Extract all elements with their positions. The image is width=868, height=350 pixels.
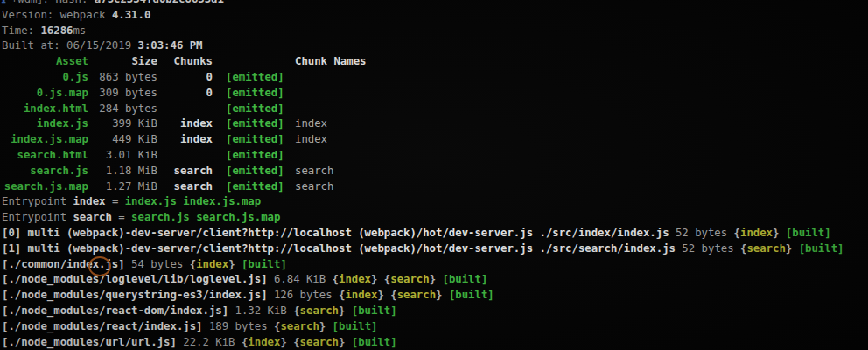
module-line: [./common/index.js] 54 bytes {index} [bu…: [2, 257, 868, 273]
asset-size: 309 bytes: [88, 86, 158, 102]
built-badge: [built]: [332, 320, 378, 332]
asset-table-header: Asset Size Chunks Chunk Names: [2, 54, 868, 70]
module-path: [./node_modules/react-dom/index.js]: [2, 304, 228, 317]
asset-chunk-names: search: [284, 164, 868, 179]
entrypoint-label: Entrypoint: [2, 195, 66, 207]
asset-name: 0.js: [2, 70, 88, 86]
chunk-name: index: [740, 227, 773, 239]
chunk-name: search: [390, 273, 429, 285]
asset-size: 1.18 MiB: [88, 164, 158, 179]
time-line: Time: 16286ms: [2, 24, 868, 39]
asset-name: search.html: [2, 148, 88, 164]
asset-table-row: index.js.map 449 KiB index [emitted] ind…: [2, 132, 868, 148]
col-header-chunks: Chunks: [158, 54, 213, 70]
module-size: 22.2 KiB: [183, 336, 234, 348]
asset-table-row: 0.js 863 bytes 0 [emitted]: [2, 70, 868, 86]
built-badge: [built]: [352, 304, 397, 317]
col-header-chunk-names: Chunk Names: [284, 54, 868, 70]
asset-table-rows: 0.js 863 bytes 0 [emitted] 0.js.map 309 …: [2, 70, 868, 194]
built-badge: [built]: [799, 242, 844, 255]
asset-table-row: search.js 1.18 MiB search [emitted] sear…: [2, 164, 868, 179]
module-lines: [0] multi (webpack)-dev-server/client?ht…: [2, 226, 868, 350]
asset-name: index.html: [2, 102, 88, 117]
built-at-line: Built at: 06/15/2019 3:03:46 PM: [2, 38, 868, 54]
asset-chunks: index: [158, 132, 213, 148]
asset-chunks: 0: [158, 70, 213, 86]
module-path: [0] multi (webpack)-dev-server/client?ht…: [2, 227, 669, 239]
asset-name: index.js: [2, 116, 88, 132]
asset-table-row: search.js.map 1.27 MiB search [emitted] …: [2, 179, 868, 195]
asset-size: 1.27 MiB: [88, 179, 158, 195]
module-size: 1.32 KiB: [235, 304, 287, 317]
entrypoint-files: search.js search.js.map: [131, 211, 280, 223]
entrypoint-line: Entrypoint search = search.js search.js.…: [2, 210, 868, 226]
asset-chunk-names: index: [284, 132, 868, 148]
asset-table-row: index.js 399 KiB index [emitted] index: [2, 116, 868, 132]
built-time: 3:03:46 PM: [137, 39, 202, 52]
asset-chunk-names: search: [284, 179, 868, 195]
asset-chunk-names: [284, 148, 868, 164]
module-size: 126 bytes: [274, 289, 332, 301]
chunk-name: index: [196, 258, 228, 270]
asset-chunk-names: [284, 70, 868, 86]
asset-size: 399 KiB: [88, 116, 158, 132]
built-badge: [built]: [442, 273, 487, 285]
asset-name: index.js.map: [2, 132, 88, 148]
asset-chunks: 0: [158, 86, 213, 102]
chunk-name: index: [339, 273, 371, 285]
chunk-name: search: [300, 336, 339, 348]
module-path: [1] multi (webpack)-dev-server/client?ht…: [2, 242, 676, 255]
module-size: 54 bytes: [131, 258, 183, 270]
module-size: 6.84 KiB: [274, 273, 326, 285]
asset-chunk-names: [284, 86, 868, 102]
version-value: 4.31.0: [112, 9, 150, 21]
module-line: [0] multi (webpack)-dev-server/client?ht…: [2, 226, 868, 242]
built-badge: [built]: [786, 227, 831, 239]
asset-name: search.js: [2, 164, 88, 179]
asset-chunks: search: [158, 164, 213, 179]
version-label: Version: webpack: [2, 9, 105, 21]
module-path: [./node_modules/url/url.js]: [2, 336, 177, 348]
emitted-badge: [emitted]: [213, 86, 284, 102]
chunk-name: search: [280, 320, 318, 332]
version-line: Version: webpack 4.31.0: [2, 8, 868, 24]
asset-chunks: [158, 148, 213, 164]
time-label: Time:: [2, 24, 34, 37]
emitted-badge: [emitted]: [213, 116, 284, 132]
module-path: [./node_modules/querystring-es3/index.js…: [2, 289, 268, 301]
emitted-badge: [emitted]: [213, 132, 284, 148]
chunk-name: index: [248, 336, 280, 348]
entrypoint-label: Entrypoint: [2, 211, 66, 223]
time-value: 16286: [40, 24, 73, 37]
built-badge: [built]: [242, 258, 287, 270]
built-badge: [built]: [449, 289, 494, 301]
module-path: [./node_modules/loglevel/lib/loglevel.js…: [2, 273, 268, 285]
entrypoint-name: index: [73, 195, 105, 207]
entrypoint-lines: Entrypoint index = index.js index.js.map…: [2, 194, 868, 226]
time-unit: ms: [73, 24, 86, 37]
module-line: [./node_modules/react-dom/index.js] 1.32…: [2, 304, 868, 319]
terminal-scrollback: ℹ ｢wdm｣: Hash: a73c2334fd0b2c8633d1 Vers…: [0, 0, 868, 350]
asset-size: 449 KiB: [88, 132, 158, 148]
hash-label: Hash:: [55, 0, 88, 5]
asset-name: search.js.map: [2, 179, 88, 195]
col-header-size: Size: [88, 54, 158, 70]
asset-name: 0.js.map: [2, 86, 88, 102]
chunk-name: index: [345, 289, 377, 301]
asset-table-row: 0.js.map 309 bytes 0 [emitted]: [2, 86, 868, 102]
hash-line: ℹ ｢wdm｣: Hash: a73c2334fd0b2c8633d1: [2, 0, 868, 8]
emitted-badge: [emitted]: [213, 102, 284, 117]
module-size: 52 bytes: [682, 242, 733, 255]
asset-table-row: index.html 284 bytes [emitted]: [2, 102, 868, 117]
emitted-badge: [emitted]: [213, 164, 284, 179]
col-header-asset: Asset: [2, 54, 88, 70]
asset-size: 863 bytes: [88, 70, 158, 86]
module-line: [./node_modules/loglevel/lib/loglevel.js…: [2, 272, 868, 288]
emitted-badge: [emitted]: [213, 70, 284, 86]
asset-chunks: [158, 102, 213, 117]
module-line: [./node_modules/querystring-es3/index.js…: [2, 288, 868, 304]
entrypoint-name: search: [73, 211, 111, 223]
chunk-name: search: [746, 242, 785, 255]
terminal-output: ℹ ｢wdm｣: Hash: a73c2334fd0b2c8633d1 Vers…: [0, 0, 868, 350]
hash-value: a73c2334fd0b2c8633d1: [94, 0, 224, 5]
